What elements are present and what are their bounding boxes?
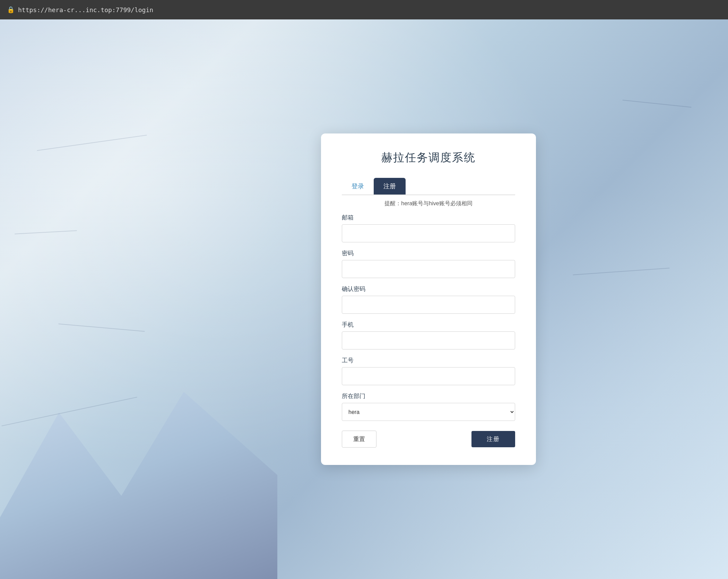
buttons-row: 重置 注册 [342,431,515,448]
password-group: 密码 [342,249,515,278]
tabs-container: 登录 注册 [342,178,515,195]
card-wrapper: 赫拉任务调度系统 登录 注册 提醒：hera账号与hive账号必须相同 邮箱 密… [321,133,536,465]
confirm-password-label: 确认密码 [342,285,515,293]
phone-group: 手机 [342,321,515,349]
password-input[interactable] [342,260,515,278]
lock-icon: 🔒 [7,6,15,14]
tab-register[interactable]: 注册 [374,178,406,195]
login-card: 赫拉任务调度系统 登录 注册 提醒：hera账号与hive账号必须相同 邮箱 密… [321,133,536,465]
department-group: 所在部门 hera hive other [342,392,515,421]
confirm-password-group: 确认密码 [342,285,515,314]
reset-button[interactable]: 重置 [342,431,376,448]
submit-button[interactable]: 注册 [471,431,515,447]
card-title: 赫拉任务调度系统 [342,150,515,165]
department-select[interactable]: hera hive other [342,403,515,421]
browser-chrome: 🔒 https://hera-cr...inc.top:7799/login [0,0,728,19]
phone-label: 手机 [342,321,515,329]
hint-text: 提醒：hera账号与hive账号必须相同 [342,195,515,214]
tab-login[interactable]: 登录 [342,178,374,195]
background: 赫拉任务调度系统 登录 注册 提醒：hera账号与hive账号必须相同 邮箱 密… [0,19,728,579]
confirm-password-input[interactable] [342,296,515,314]
password-label: 密码 [342,249,515,257]
employee-id-group: 工号 [342,356,515,385]
department-label: 所在部门 [342,392,515,400]
employee-id-label: 工号 [342,356,515,364]
phone-input[interactable] [342,331,515,349]
email-input[interactable] [342,224,515,242]
email-label: 邮箱 [342,214,515,222]
url-bar: https://hera-cr...inc.top:7799/login [18,6,153,14]
employee-id-input[interactable] [342,367,515,385]
email-group: 邮箱 [342,214,515,242]
